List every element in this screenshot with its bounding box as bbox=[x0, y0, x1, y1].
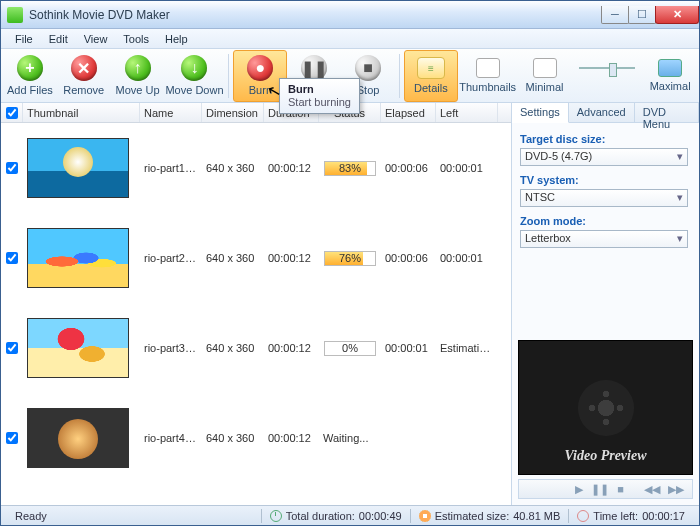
cell-checkbox bbox=[1, 432, 23, 444]
row-checkbox[interactable] bbox=[6, 252, 18, 264]
table-body: rio-part1.m...640 x 36000:00:1283%00:00:… bbox=[1, 123, 511, 505]
cell-status: 83% bbox=[319, 161, 381, 176]
cell-duration: 00:00:12 bbox=[264, 342, 319, 354]
cell-elapsed: 00:00:06 bbox=[381, 252, 436, 264]
table-row[interactable]: rio-part2.m...640 x 36000:00:1276%00:00:… bbox=[1, 213, 511, 303]
cell-left: 00:00:01 bbox=[436, 162, 498, 174]
app-icon bbox=[7, 7, 23, 23]
cell-left: Estimating... bbox=[436, 342, 498, 354]
menubar: File Edit View Tools Help bbox=[1, 29, 699, 49]
move-down-button[interactable]: ↓Move Down bbox=[164, 50, 224, 102]
row-checkbox[interactable] bbox=[6, 432, 18, 444]
tab-advanced[interactable]: Advanced bbox=[569, 103, 635, 122]
cell-name: rio-part3.m... bbox=[140, 342, 202, 354]
cell-dimension: 640 x 360 bbox=[202, 252, 264, 264]
cell-thumbnail bbox=[23, 138, 140, 198]
zoom-mode-select[interactable]: Letterbox bbox=[520, 230, 688, 248]
row-checkbox[interactable] bbox=[6, 162, 18, 174]
zoom-slider[interactable] bbox=[571, 50, 643, 102]
cell-left: 00:00:01 bbox=[436, 252, 498, 264]
cell-status: 0% bbox=[319, 341, 381, 356]
remove-button[interactable]: ✕Remove bbox=[57, 50, 111, 102]
slider-icon bbox=[579, 63, 635, 73]
cell-checkbox bbox=[1, 162, 23, 174]
preview-controls: ▶ ❚❚ ■ ◀◀ ▶▶ bbox=[518, 479, 693, 499]
progress-bar: 83% bbox=[324, 161, 376, 176]
tooltip-title: Burn bbox=[288, 83, 351, 95]
menu-view[interactable]: View bbox=[76, 31, 116, 47]
disc-size-select[interactable]: DVD-5 (4.7G) bbox=[520, 148, 688, 166]
side-panel: Settings Advanced DVD Menu Target disc s… bbox=[511, 103, 699, 505]
burn-tooltip: Burn Start burning bbox=[279, 78, 360, 114]
menu-edit[interactable]: Edit bbox=[41, 31, 76, 47]
toolbar-separator bbox=[228, 54, 229, 98]
cell-status: 76% bbox=[319, 251, 381, 266]
cell-dimension: 640 x 360 bbox=[202, 432, 264, 444]
minimize-button[interactable]: ─ bbox=[601, 6, 629, 24]
record-icon: ● bbox=[247, 55, 273, 81]
thumbnail-image bbox=[27, 138, 129, 198]
status-size: Estimated size: 40.81 MB bbox=[411, 510, 569, 522]
status-ready: Ready bbox=[7, 510, 55, 522]
row-checkbox[interactable] bbox=[6, 342, 18, 354]
cell-thumbnail bbox=[23, 318, 140, 378]
progress-bar: 0% bbox=[324, 341, 376, 356]
thumbnail-image bbox=[27, 318, 129, 378]
disc-icon bbox=[419, 510, 431, 522]
file-list-panel: Thumbnail Name Dimension Duration Status… bbox=[1, 103, 511, 505]
arrow-down-icon: ↓ bbox=[181, 55, 207, 81]
preview-prev-button[interactable]: ◀◀ bbox=[644, 483, 660, 496]
table-row[interactable]: rio-part4.m...640 x 36000:00:12Waiting..… bbox=[1, 393, 511, 483]
minimal-view-button[interactable]: Minimal bbox=[518, 50, 572, 102]
move-up-button[interactable]: ↑Move Up bbox=[111, 50, 165, 102]
menu-tools[interactable]: Tools bbox=[115, 31, 157, 47]
toolbar-separator bbox=[399, 54, 400, 98]
preview-label: Video Preview bbox=[519, 448, 692, 464]
cell-dimension: 640 x 360 bbox=[202, 162, 264, 174]
close-button[interactable]: ✕ bbox=[655, 6, 699, 24]
maximize-button[interactable]: ☐ bbox=[628, 6, 656, 24]
timer-icon bbox=[577, 510, 589, 522]
plus-icon: + bbox=[17, 55, 43, 81]
maximal-view-button[interactable]: Maximal bbox=[643, 50, 697, 102]
menu-file[interactable]: File bbox=[7, 31, 41, 47]
cross-icon: ✕ bbox=[71, 55, 97, 81]
col-elapsed[interactable]: Elapsed bbox=[381, 103, 436, 122]
cell-elapsed: 00:00:01 bbox=[381, 342, 436, 354]
cell-name: rio-part1.m... bbox=[140, 162, 202, 174]
preview-next-button[interactable]: ▶▶ bbox=[668, 483, 684, 496]
arrow-up-icon: ↑ bbox=[125, 55, 151, 81]
tab-settings[interactable]: Settings bbox=[512, 103, 569, 123]
col-name[interactable]: Name bbox=[140, 103, 202, 122]
thumbnails-view-button[interactable]: Thumbnails bbox=[458, 50, 518, 102]
window-title: Sothink Movie DVD Maker bbox=[29, 8, 602, 22]
col-thumbnail[interactable]: Thumbnail bbox=[23, 103, 140, 122]
preview-pause-button[interactable]: ❚❚ bbox=[591, 483, 609, 496]
cell-elapsed: 00:00:06 bbox=[381, 162, 436, 174]
details-view-button[interactable]: ≡Details bbox=[404, 50, 458, 102]
tab-dvdmenu[interactable]: DVD Menu bbox=[635, 103, 699, 122]
table-row[interactable]: rio-part1.m...640 x 36000:00:1283%00:00:… bbox=[1, 123, 511, 213]
select-all-checkbox[interactable] bbox=[6, 107, 18, 119]
video-preview: Video Preview bbox=[518, 340, 693, 475]
table-row[interactable]: rio-part3.m...640 x 36000:00:120%00:00:0… bbox=[1, 303, 511, 393]
preview-stop-button[interactable]: ■ bbox=[617, 483, 624, 495]
details-icon: ≡ bbox=[417, 57, 445, 79]
add-files-button[interactable]: +Add Files bbox=[3, 50, 57, 102]
col-checkbox[interactable] bbox=[1, 103, 23, 122]
film-reel-icon bbox=[578, 380, 634, 436]
maximal-icon bbox=[658, 59, 682, 77]
tv-system-select[interactable]: NTSC bbox=[520, 189, 688, 207]
side-tabs: Settings Advanced DVD Menu bbox=[512, 103, 699, 123]
menu-help[interactable]: Help bbox=[157, 31, 196, 47]
cell-duration: 00:00:12 bbox=[264, 432, 319, 444]
cell-name: rio-part2.m... bbox=[140, 252, 202, 264]
cell-checkbox bbox=[1, 252, 23, 264]
col-left[interactable]: Left bbox=[436, 103, 498, 122]
preview-play-button[interactable]: ▶ bbox=[575, 483, 583, 496]
cell-thumbnail bbox=[23, 408, 140, 468]
col-dimension[interactable]: Dimension bbox=[202, 103, 264, 122]
minimal-icon bbox=[533, 58, 557, 78]
cell-thumbnail bbox=[23, 228, 140, 288]
cell-duration: 00:00:12 bbox=[264, 162, 319, 174]
